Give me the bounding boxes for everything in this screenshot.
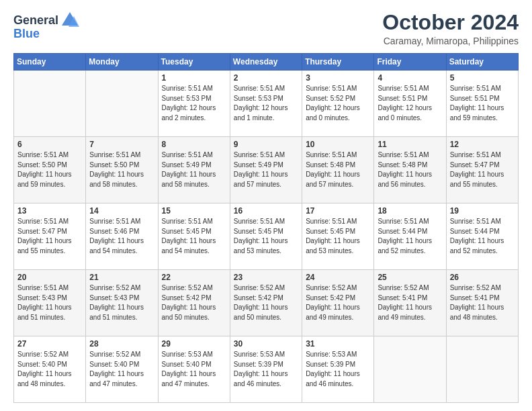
- weekday-wednesday: Wednesday: [230, 54, 302, 71]
- day-number: 8: [162, 140, 226, 149]
- calendar-cell: 13Sunrise: 5:51 AM Sunset: 5:47 PM Dayli…: [14, 203, 86, 270]
- day-number: 27: [17, 339, 82, 349]
- day-number: 29: [162, 339, 226, 349]
- day-number: 28: [89, 339, 154, 349]
- day-info: Sunrise: 5:51 AM Sunset: 5:47 PM Dayligh…: [450, 150, 515, 189]
- day-number: 7: [89, 140, 154, 149]
- day-info: Sunrise: 5:51 AM Sunset: 5:45 PM Dayligh…: [162, 217, 226, 256]
- calendar-cell: 18Sunrise: 5:51 AM Sunset: 5:44 PM Dayli…: [374, 203, 446, 270]
- day-info: Sunrise: 5:53 AM Sunset: 5:39 PM Dayligh…: [234, 350, 298, 389]
- day-info: Sunrise: 5:51 AM Sunset: 5:52 PM Dayligh…: [306, 84, 370, 123]
- weekday-sunday: Sunday: [14, 54, 86, 71]
- day-info: Sunrise: 5:51 AM Sunset: 5:47 PM Dayligh…: [17, 217, 82, 256]
- day-number: 2: [234, 73, 298, 83]
- day-number: 1: [162, 73, 226, 83]
- calendar-cell: 6Sunrise: 5:51 AM Sunset: 5:50 PM Daylig…: [14, 137, 86, 203]
- day-number: 17: [306, 206, 370, 216]
- day-info: Sunrise: 5:51 AM Sunset: 5:53 PM Dayligh…: [162, 84, 226, 123]
- day-info: Sunrise: 5:51 AM Sunset: 5:45 PM Dayligh…: [306, 217, 370, 256]
- calendar-cell: [86, 71, 158, 137]
- calendar-cell: 3Sunrise: 5:51 AM Sunset: 5:52 PM Daylig…: [302, 71, 374, 137]
- calendar-cell: [374, 336, 446, 403]
- day-info: Sunrise: 5:51 AM Sunset: 5:51 PM Dayligh…: [450, 84, 515, 123]
- header: General Blue October 2024 Caramay, Mimar…: [13, 11, 519, 46]
- calendar-cell: 2Sunrise: 5:51 AM Sunset: 5:53 PM Daylig…: [230, 71, 302, 137]
- day-number: 22: [162, 273, 226, 282]
- calendar-cell: 7Sunrise: 5:51 AM Sunset: 5:50 PM Daylig…: [86, 137, 158, 203]
- day-number: 26: [450, 273, 515, 282]
- calendar-cell: 22Sunrise: 5:52 AM Sunset: 5:42 PM Dayli…: [158, 270, 230, 336]
- day-info: Sunrise: 5:51 AM Sunset: 5:48 PM Dayligh…: [378, 150, 442, 189]
- day-info: Sunrise: 5:51 AM Sunset: 5:49 PM Dayligh…: [162, 150, 226, 189]
- calendar-cell: 17Sunrise: 5:51 AM Sunset: 5:45 PM Dayli…: [302, 203, 374, 270]
- calendar-cell: 5Sunrise: 5:51 AM Sunset: 5:51 PM Daylig…: [446, 71, 518, 137]
- day-number: 21: [89, 273, 154, 282]
- calendar-cell: 4Sunrise: 5:51 AM Sunset: 5:51 PM Daylig…: [374, 71, 446, 137]
- day-info: Sunrise: 5:51 AM Sunset: 5:45 PM Dayligh…: [234, 217, 298, 256]
- day-number: 30: [234, 339, 298, 349]
- week-row-4: 27Sunrise: 5:52 AM Sunset: 5:40 PM Dayli…: [14, 336, 519, 403]
- day-number: 20: [17, 273, 82, 282]
- day-info: Sunrise: 5:53 AM Sunset: 5:40 PM Dayligh…: [162, 350, 226, 389]
- logo-blue: Blue: [13, 27, 40, 41]
- month-title: October 2024: [382, 11, 519, 34]
- day-info: Sunrise: 5:51 AM Sunset: 5:50 PM Dayligh…: [89, 150, 154, 189]
- day-number: 14: [89, 206, 154, 216]
- day-number: 16: [234, 206, 298, 216]
- day-info: Sunrise: 5:51 AM Sunset: 5:44 PM Dayligh…: [450, 217, 515, 256]
- calendar-cell: 16Sunrise: 5:51 AM Sunset: 5:45 PM Dayli…: [230, 203, 302, 270]
- day-number: 6: [17, 140, 82, 149]
- weekday-friday: Friday: [374, 54, 446, 71]
- day-number: 4: [378, 73, 442, 83]
- day-number: 24: [306, 273, 370, 282]
- calendar-cell: 20Sunrise: 5:51 AM Sunset: 5:43 PM Dayli…: [14, 270, 86, 336]
- calendar-cell: 19Sunrise: 5:51 AM Sunset: 5:44 PM Dayli…: [446, 203, 518, 270]
- calendar-cell: [446, 336, 518, 403]
- day-number: 3: [306, 73, 370, 83]
- day-number: 9: [234, 140, 298, 149]
- calendar-cell: 31Sunrise: 5:53 AM Sunset: 5:39 PM Dayli…: [302, 336, 374, 403]
- day-number: 5: [450, 73, 515, 83]
- day-info: Sunrise: 5:53 AM Sunset: 5:39 PM Dayligh…: [306, 350, 370, 389]
- location-subtitle: Caramay, Mimaropa, Philippines: [382, 36, 519, 46]
- logo-icon: [60, 11, 79, 30]
- day-number: 31: [306, 339, 370, 349]
- calendar-cell: 24Sunrise: 5:52 AM Sunset: 5:42 PM Dayli…: [302, 270, 374, 336]
- day-number: 11: [378, 140, 442, 149]
- weekday-tuesday: Tuesday: [158, 54, 230, 71]
- day-number: 12: [450, 140, 515, 149]
- weekday-saturday: Saturday: [446, 54, 518, 71]
- day-info: Sunrise: 5:52 AM Sunset: 5:43 PM Dayligh…: [89, 283, 154, 322]
- day-info: Sunrise: 5:51 AM Sunset: 5:49 PM Dayligh…: [234, 150, 298, 189]
- title-section: October 2024 Caramay, Mimaropa, Philippi…: [382, 11, 519, 46]
- page: General Blue October 2024 Caramay, Mimar…: [0, 0, 532, 411]
- day-info: Sunrise: 5:51 AM Sunset: 5:46 PM Dayligh…: [89, 217, 154, 256]
- calendar-cell: 23Sunrise: 5:52 AM Sunset: 5:42 PM Dayli…: [230, 270, 302, 336]
- weekday-monday: Monday: [86, 54, 158, 71]
- day-info: Sunrise: 5:52 AM Sunset: 5:40 PM Dayligh…: [89, 350, 154, 389]
- day-number: 15: [162, 206, 226, 216]
- day-info: Sunrise: 5:51 AM Sunset: 5:43 PM Dayligh…: [17, 283, 82, 322]
- calendar-cell: 27Sunrise: 5:52 AM Sunset: 5:40 PM Dayli…: [14, 336, 86, 403]
- day-info: Sunrise: 5:52 AM Sunset: 5:42 PM Dayligh…: [162, 283, 226, 322]
- day-number: 19: [450, 206, 515, 216]
- day-info: Sunrise: 5:52 AM Sunset: 5:41 PM Dayligh…: [378, 283, 442, 322]
- day-info: Sunrise: 5:51 AM Sunset: 5:44 PM Dayligh…: [378, 217, 442, 256]
- day-info: Sunrise: 5:51 AM Sunset: 5:50 PM Dayligh…: [17, 150, 82, 189]
- calendar-cell: 15Sunrise: 5:51 AM Sunset: 5:45 PM Dayli…: [158, 203, 230, 270]
- calendar-cell: 8Sunrise: 5:51 AM Sunset: 5:49 PM Daylig…: [158, 137, 230, 203]
- day-number: 23: [234, 273, 298, 282]
- day-info: Sunrise: 5:51 AM Sunset: 5:53 PM Dayligh…: [234, 84, 298, 123]
- calendar-cell: 29Sunrise: 5:53 AM Sunset: 5:40 PM Dayli…: [158, 336, 230, 403]
- calendar-cell: 28Sunrise: 5:52 AM Sunset: 5:40 PM Dayli…: [86, 336, 158, 403]
- logo: General Blue: [13, 11, 79, 41]
- week-row-1: 6Sunrise: 5:51 AM Sunset: 5:50 PM Daylig…: [14, 137, 519, 203]
- day-info: Sunrise: 5:52 AM Sunset: 5:42 PM Dayligh…: [306, 283, 370, 322]
- calendar-cell: 1Sunrise: 5:51 AM Sunset: 5:53 PM Daylig…: [158, 71, 230, 137]
- week-row-2: 13Sunrise: 5:51 AM Sunset: 5:47 PM Dayli…: [14, 203, 519, 270]
- calendar-cell: 21Sunrise: 5:52 AM Sunset: 5:43 PM Dayli…: [86, 270, 158, 336]
- day-info: Sunrise: 5:52 AM Sunset: 5:42 PM Dayligh…: [234, 283, 298, 322]
- calendar-cell: 26Sunrise: 5:52 AM Sunset: 5:41 PM Dayli…: [446, 270, 518, 336]
- calendar-cell: 25Sunrise: 5:52 AM Sunset: 5:41 PM Dayli…: [374, 270, 446, 336]
- calendar-cell: 9Sunrise: 5:51 AM Sunset: 5:49 PM Daylig…: [230, 137, 302, 203]
